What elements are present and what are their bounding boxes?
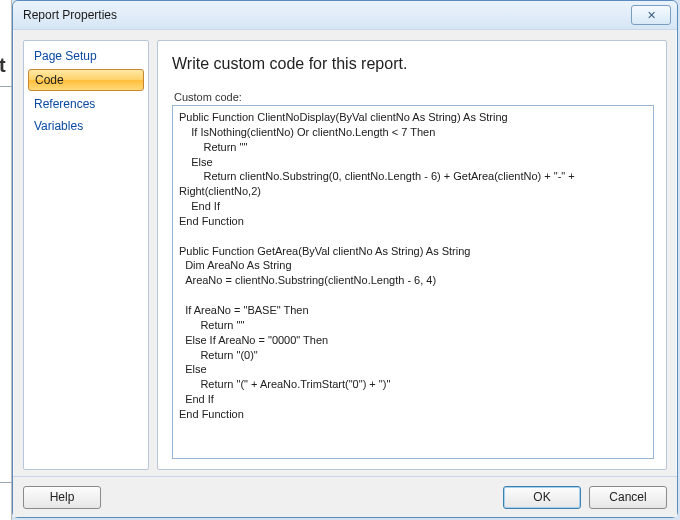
- page-heading: Write custom code for this report.: [172, 55, 654, 73]
- close-icon: ✕: [647, 9, 656, 22]
- sidebar-item-variables[interactable]: Variables: [24, 115, 148, 137]
- background-divider: [0, 86, 12, 87]
- dialog-window: Report Properties ✕ Page Setup Code Refe…: [12, 0, 678, 518]
- sidebar-item-references[interactable]: References: [24, 93, 148, 115]
- background-page-edge: t: [0, 0, 12, 520]
- main-panel: Write custom code for this report. Custo…: [157, 40, 667, 470]
- custom-code-textarea[interactable]: [172, 105, 654, 459]
- sidebar-item-label: Variables: [34, 119, 83, 133]
- sidebar-item-code[interactable]: Code: [28, 69, 144, 91]
- sidebar-item-label: Page Setup: [34, 49, 97, 63]
- background-letter: t: [0, 54, 6, 77]
- button-label: Cancel: [609, 490, 646, 504]
- code-field-label: Custom code:: [174, 91, 654, 103]
- titlebar: Report Properties ✕: [13, 1, 677, 30]
- button-label: OK: [533, 490, 550, 504]
- help-button[interactable]: Help: [23, 486, 101, 509]
- sidebar-item-label: Code: [35, 73, 64, 87]
- dialog-footer: Help OK Cancel: [13, 476, 677, 517]
- background-divider: [0, 482, 12, 483]
- sidebar-item-page-setup[interactable]: Page Setup: [24, 45, 148, 67]
- button-label: Help: [50, 490, 75, 504]
- sidebar: Page Setup Code References Variables: [23, 40, 149, 470]
- close-button[interactable]: ✕: [631, 5, 671, 25]
- dialog-body: Page Setup Code References Variables Wri…: [13, 30, 677, 476]
- cancel-button[interactable]: Cancel: [589, 486, 667, 509]
- ok-button[interactable]: OK: [503, 486, 581, 509]
- window-title: Report Properties: [23, 8, 631, 22]
- sidebar-item-label: References: [34, 97, 95, 111]
